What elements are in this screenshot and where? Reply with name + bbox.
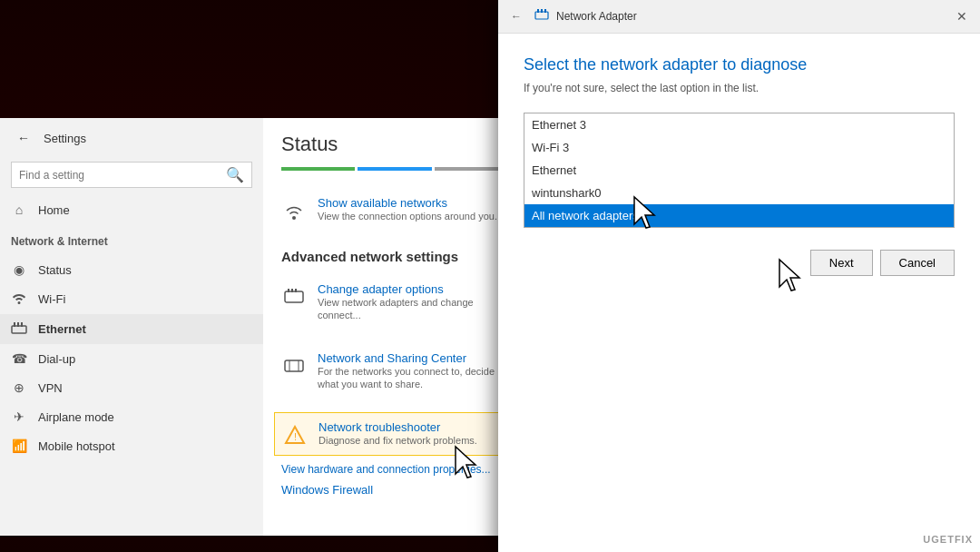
sidebar-item-dialup-label: Dial-up [38,352,75,366]
search-icon: 🔍 [226,166,244,183]
adapter-item-eth3[interactable]: Ethernet 3 [524,113,954,136]
hotspot-icon: 📶 [11,439,27,453]
sidebar-item-vpn[interactable]: ⊕ VPN [0,373,263,402]
search-input[interactable] [19,169,220,182]
sidebar-item-airplane-label: Airplane mode [38,410,114,424]
troubleshooter-title[interactable]: Network troubleshooter [318,420,477,434]
adapter-eth3-label: Ethernet 3 [532,118,586,132]
view-hardware-link[interactable]: View hardware and connection properties.… [281,463,508,476]
sidebar-item-wifi[interactable]: Wi-Fi [0,284,263,314]
show-networks-desc: View the connection options around you. [318,210,497,222]
svg-rect-14 [535,12,548,19]
dialog-titlebar-left: ← Network Adapter [505,5,637,27]
svg-rect-6 [288,289,289,292]
dialog-body: Select the network adapter to diagnose I… [498,34,980,298]
troubleshooter-text: Network troubleshooter Diagnose and fix … [318,420,477,447]
progress-bars [281,167,508,171]
home-icon: ⌂ [11,202,27,217]
adapter-options-title[interactable]: Change adapter options [318,282,508,296]
dialog-heading: Select the network adapter to diagnose [524,55,955,74]
settings-search-box[interactable]: 🔍 [11,162,252,188]
troubleshooter-item[interactable]: ! Network troubleshooter Diagnose and fi… [274,412,515,456]
adapter-item-eth[interactable]: Ethernet [524,159,954,182]
sidebar-item-status[interactable]: ◉ Status [0,255,263,284]
adapter-options-desc: View network adapters and change connect… [318,296,508,322]
svg-rect-9 [285,360,303,371]
sharing-center-text: Network and Sharing Center For the netwo… [318,351,508,391]
airplane-icon: ✈ [11,409,27,424]
page-title: Status [281,133,508,156]
wifi-icon [11,291,27,307]
sidebar-item-hotspot[interactable]: 📶 Mobile hotspot [0,431,263,460]
watermark: UGETFIX [923,534,973,545]
sidebar-section-network-label: Network & Internet [11,235,108,248]
sidebar-item-home-label: Home [38,203,70,217]
dialog-subtext: If you're not sure, select the last opti… [524,82,955,94]
settings-window: ← Settings 🔍 ⌂ Home Network & Internet ◉… [0,118,263,536]
svg-rect-0 [12,326,26,333]
sidebar-item-wifi-label: Wi-Fi [38,292,65,306]
sidebar-item-airplane[interactable]: ✈ Airplane mode [0,402,263,431]
sidebar-item-status-label: Status [38,263,72,277]
sidebar-item-hotspot-label: Mobile hotspot [38,439,115,453]
main-content-area: Status Show available networks View the … [263,118,526,536]
sharing-center-desc: For the networks you connect to, decide … [318,365,508,391]
sidebar-item-dialup[interactable]: ☎ Dial-up [0,344,263,373]
cancel-button[interactable]: Cancel [880,250,955,276]
adapter-options-item[interactable]: Change adapter options View network adap… [281,275,508,330]
dialog-titlebar: ← Network Adapter ✕ [498,0,980,34]
adapter-options-text: Change adapter options View network adap… [318,282,508,322]
svg-rect-1 [14,322,15,327]
sidebar-item-home[interactable]: ⌂ Home [0,195,263,224]
svg-rect-16 [541,9,543,13]
advanced-settings-title: Advanced network settings [281,249,508,264]
show-networks-text: Show available networks View the connect… [318,196,497,222]
adapter-icon [281,284,307,310]
svg-rect-7 [291,289,293,292]
status-icon: ◉ [11,262,27,277]
adapter-wifi3-label: Wi-Fi 3 [532,141,569,154]
svg-rect-2 [17,322,19,327]
dialup-icon: ☎ [11,351,27,366]
next-button[interactable]: Next [810,250,873,276]
dialog-title: Network Adapter [556,10,637,23]
svg-rect-3 [21,322,23,327]
vpn-icon: ⊕ [11,380,27,395]
dialog-close-button[interactable]: ✕ [951,5,973,27]
adapter-item-wintunshark[interactable]: wintunshark0 [524,182,954,204]
progress-bar-3 [435,167,508,171]
svg-rect-15 [537,9,539,13]
dialog-back-button[interactable]: ← [505,5,527,27]
svg-text:!: ! [294,431,297,442]
settings-titlebar: ← Settings [0,118,263,158]
ethernet-icon [11,321,27,337]
dialog-footer: Next Cancel [524,250,955,276]
sharing-center-item[interactable]: Network and Sharing Center For the netwo… [281,344,508,399]
adapter-item-all[interactable]: All network adapters [524,204,954,227]
adapter-wintunshark-label: wintunshark0 [532,186,602,200]
adapter-list: Ethernet 3 Wi-Fi 3 Ethernet wintunshark0… [524,113,955,228]
adapter-item-wifi3[interactable]: Wi-Fi 3 [524,136,954,159]
settings-nav: ⌂ Home Network & Internet ◉ Status Wi-Fi… [0,195,263,536]
troubleshooter-icon: ! [282,422,308,448]
networks-icon [281,198,307,223]
sharing-icon [281,353,307,379]
sharing-center-title[interactable]: Network and Sharing Center [318,351,508,365]
troubleshooter-desc: Diagnose and fix network problems. [318,434,477,447]
progress-bar-2 [358,167,431,171]
adapter-all-label: All network adapters [532,209,639,222]
show-networks-title[interactable]: Show available networks [318,196,497,210]
progress-bar-1 [281,167,355,171]
show-networks-item[interactable]: Show available networks View the connect… [281,189,508,231]
windows-firewall-link[interactable]: Windows Firewall [281,483,508,497]
settings-back-button[interactable]: ← [11,125,36,151]
sidebar-section-network: Network & Internet [0,224,263,255]
svg-rect-8 [295,289,297,292]
svg-point-4 [292,216,296,220]
adapter-eth-label: Ethernet [532,163,576,177]
svg-rect-17 [544,9,546,13]
sidebar-item-ethernet-label: Ethernet [38,322,86,336]
sidebar-item-vpn-label: VPN [38,381,63,395]
network-adapter-icon [534,9,549,25]
sidebar-item-ethernet[interactable]: Ethernet [0,314,263,344]
